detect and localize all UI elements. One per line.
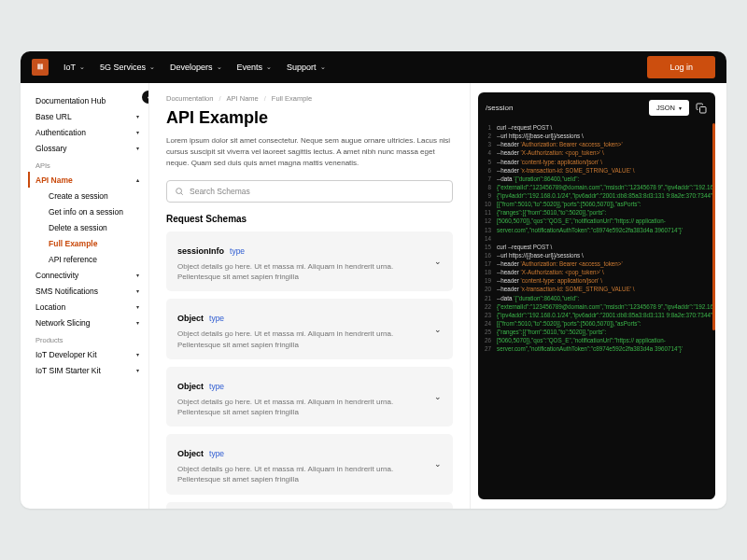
sidebar-item-label: Network Slicing: [35, 318, 91, 328]
body: ‹ Documentation HubBase URL▾Authenticati…: [21, 83, 726, 509]
schema-card[interactable]: sessionInfotypeObject details go here. U…: [166, 231, 453, 291]
line-number: 18: [484, 268, 497, 276]
nav-item[interactable]: Events⌄: [237, 63, 273, 72]
code-text: --header 'X-Authorization: <pop_token>' …: [497, 268, 604, 276]
chevron-down-icon: ⌄: [217, 63, 222, 71]
code-line: 23{"ipv4addr":"192.168.0.1/24","ipv6addr…: [484, 311, 710, 319]
sidebar-item[interactable]: Network Slicing▾: [30, 315, 148, 330]
sidebar-item[interactable]: IoT SIM Starter Kit▾: [30, 362, 148, 378]
code-line: 11{"ranges":[{"from":5010,"to":5020}],"p…: [484, 208, 710, 217]
sidebar-item[interactable]: IoT Developer Kit▾: [30, 346, 148, 362]
sidebar: ‹ Documentation HubBase URL▾Authenticati…: [21, 83, 149, 509]
sidebar-item[interactable]: SMS Notifications▾: [30, 283, 148, 299]
code-text: {"externalId":"123456789@domain.com","ms…: [497, 183, 715, 191]
sidebar-item[interactable]: Documentation Hub: [30, 92, 148, 108]
schema-card[interactable]: ObjecttypeObject details go here. Ut et …: [166, 502, 453, 510]
nav-label: Events: [237, 63, 263, 72]
code-line: 12[5060,5070]},"qos":"QOS_E","notificati…: [484, 217, 710, 225]
sidebar-item[interactable]: Authentication▾: [30, 124, 148, 140]
code-body[interactable]: 1curl --request POST \2--url https://{{b…: [478, 123, 715, 499]
code-line: 25{"ranges":[{"from":5010,"to":5020}],"p…: [484, 328, 710, 336]
code-line: 21--data '{"duration":86400,"ueId":: [484, 294, 710, 302]
sidebar-item-label: IoT SIM Starter Kit: [35, 366, 101, 375]
copy-button[interactable]: [695, 102, 708, 115]
nav-label: Support: [287, 63, 317, 72]
code-text: curl --request POST \: [497, 123, 552, 132]
login-button[interactable]: Log in: [647, 56, 715, 78]
brand-logo[interactable]: ⦀⦀: [32, 59, 49, 76]
code-header: /session JSON ▾: [478, 92, 715, 123]
code-text: --header 'X-Authorization: <pop_token>' …: [497, 148, 604, 157]
code-column: /session JSON ▾ 1curl --request POST \2-…: [471, 83, 726, 509]
nav-item[interactable]: Developers⌄: [170, 63, 222, 72]
nav-item[interactable]: IoT⌄: [63, 63, 85, 72]
nav-item[interactable]: Support⌄: [287, 63, 326, 72]
sidebar-item[interactable]: Create a session: [45, 188, 148, 203]
search-input[interactable]: Search Schemas: [166, 180, 453, 203]
code-text: server.com","notificationAuthToken":"c89…: [497, 344, 683, 353]
code-line: 9{"ipv4addr":"192.168.0.1/24","ipv6addr"…: [484, 191, 710, 200]
line-number: 22: [484, 302, 497, 311]
code-line: 22{"externalId":"123456789@domain.com","…: [484, 302, 710, 311]
code-text: [5060,5070]},"qos":"QOS_E","notification…: [497, 336, 666, 344]
schema-type: type: [209, 382, 224, 391]
sidebar-item-label: API reference: [49, 255, 97, 264]
code-text: server.com","notificationAuthToken":"c89…: [497, 226, 683, 234]
schema-card[interactable]: ObjecttypeObject details go here. Ut et …: [166, 367, 453, 427]
sidebar-item-label: SMS Notifications: [35, 287, 98, 296]
line-number: 5: [484, 158, 497, 166]
code-line: 6--header 'x-transaction-id: SOME_STRING…: [484, 166, 710, 175]
code-text: --header 'x-transaction-id: SOME_STRING_…: [497, 285, 635, 293]
breadcrumb-item[interactable]: Full Example: [272, 94, 312, 103]
code-line: 15curl --request POST \: [484, 243, 710, 251]
copy-icon: [696, 103, 707, 114]
collapse-sidebar-button[interactable]: ‹: [142, 91, 149, 104]
nav-item[interactable]: 5G Services⌄: [100, 63, 155, 72]
sidebar-item[interactable]: Base URL▾: [30, 108, 148, 124]
sidebar-item[interactable]: Glossary▾: [30, 140, 148, 156]
caret-down-icon: ▾: [136, 351, 139, 357]
code-line: 5--header 'content-type: application/jso…: [484, 158, 710, 166]
line-number: 1: [484, 123, 497, 132]
sidebar-item-label: Authentication: [35, 128, 86, 137]
sidebar-group-apis: APIs: [30, 156, 148, 172]
schema-card[interactable]: ObjecttypeObject details go here. Ut et …: [166, 434, 453, 494]
code-text: {"externalId":"123456789@domain.com","ms…: [497, 302, 715, 311]
schema-desc: Object details go here. Ut et massa mi. …: [177, 261, 402, 282]
line-number: 6: [484, 166, 497, 175]
code-line: 20--header 'x-transaction-id: SOME_STRIN…: [484, 285, 710, 293]
sidebar-item-api-name[interactable]: API Name ▴: [28, 172, 148, 188]
sidebar-item-label: Base URL: [35, 112, 72, 121]
chevron-down-icon: ⌄: [434, 325, 442, 334]
schema-card[interactable]: ObjecttypeObject details go here. Ut et …: [166, 299, 453, 358]
sidebar-item[interactable]: API reference: [45, 251, 148, 267]
schema-desc: Object details go here. Ut et massa mi. …: [177, 464, 402, 484]
code-line: 16--url https://{{base-url}}/sessions \: [484, 251, 710, 259]
breadcrumb-item[interactable]: API Name: [227, 94, 259, 103]
code-text: [{"from":5010,"to":5020}],"ports":[5060,…: [497, 319, 641, 328]
chevron-down-icon: ▾: [679, 105, 682, 111]
sidebar-item-label: Delete a session: [49, 223, 107, 232]
line-number: 27: [484, 344, 497, 353]
code-line: 4--header 'X-Authorization: <pop_token>'…: [484, 148, 710, 157]
line-number: 2: [484, 132, 497, 140]
page-description: Lorem ipsum dolor sit amet consectetur. …: [166, 135, 453, 169]
sidebar-item-label: Create a session: [49, 191, 108, 201]
code-text: --data '{"duration":86400,"ueId":: [497, 175, 579, 183]
sidebar-item[interactable]: Location▾: [30, 299, 148, 315]
code-line: 8{"externalId":"123456789@domain.com","m…: [484, 183, 710, 191]
sidebar-item[interactable]: Full Example: [45, 235, 148, 251]
sidebar-item[interactable]: Get info on a session: [45, 203, 148, 219]
sidebar-item-label: API Name: [35, 175, 73, 185]
sidebar-item[interactable]: Delete a session: [45, 219, 148, 235]
nav-label: 5G Services: [100, 63, 146, 72]
code-line: 7--data '{"duration":86400,"ueId":: [484, 175, 710, 183]
schema-name: Object: [177, 382, 204, 391]
svg-rect-2: [700, 106, 707, 113]
format-select[interactable]: JSON ▾: [649, 100, 689, 116]
line-number: 24: [484, 319, 497, 328]
code-text: --header 'content-type: application/json…: [497, 158, 602, 166]
sidebar-item-label: Connectivity: [35, 271, 78, 280]
breadcrumb-item[interactable]: Documentation: [166, 94, 213, 103]
sidebar-item[interactable]: Connectivity▾: [30, 267, 148, 283]
